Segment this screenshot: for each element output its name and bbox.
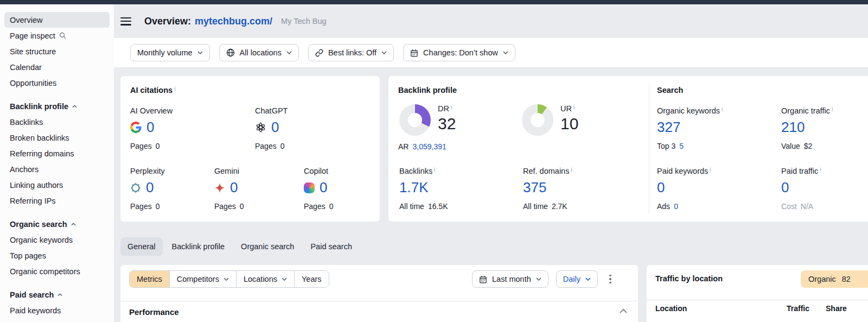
panel-toolbar: Metrics Competitors Locations Years Last…: [120, 265, 638, 288]
page-title: Overview:: [144, 16, 191, 27]
segment-competitors[interactable]: Competitors: [169, 271, 236, 287]
sidebar-section-paid-search[interactable]: Paid search: [4, 287, 110, 302]
column-share: Share: [826, 304, 847, 313]
search-icon: [59, 32, 66, 39]
globe-icon: [226, 48, 235, 57]
sidebar-item-overview[interactable]: Overview: [4, 12, 110, 28]
ai-overview-count[interactable]: 0: [146, 119, 154, 136]
info-icon[interactable]: i: [710, 167, 711, 175]
ref-domains-count[interactable]: 375: [523, 179, 546, 196]
date-range-dropdown[interactable]: Last month: [472, 270, 548, 288]
divider: [647, 300, 868, 300]
column-location: Location: [655, 304, 687, 313]
tab-paid-search[interactable]: Paid search: [303, 237, 359, 256]
google-icon: [130, 122, 142, 133]
chevron-down-icon: [381, 51, 387, 54]
ai-citations-card: AI citationsi AI Overview 0 Pages0 ChatG…: [120, 76, 380, 222]
ai-citations-title: AI citationsi: [130, 86, 175, 94]
divider: [120, 301, 638, 301]
general-panel: Metrics Competitors Locations Years Last…: [120, 265, 638, 322]
site-name: My Tech Bug: [281, 17, 327, 26]
calendar-icon: [410, 49, 418, 57]
info-icon[interactable]: i: [434, 167, 435, 175]
metric-backlinks: Backlinksi 1.7K All time16.5K: [399, 167, 448, 211]
collapse-chevron-up-icon[interactable]: [620, 308, 627, 313]
chevron-up-icon: [58, 293, 62, 296]
info-icon[interactable]: i: [820, 167, 821, 175]
dr-donut-gauge: [399, 104, 431, 136]
overview-tabs: General Backlink profile Organic search …: [120, 237, 359, 256]
info-icon[interactable]: i: [571, 167, 572, 175]
page-header: Overview: mytechbug.com/ My Tech Bug ? H…: [114, 4, 868, 38]
metric-organic-keywords: Organic keywordsi 327 Top 35: [657, 106, 723, 150]
sidebar-item-site-structure[interactable]: Site structure: [4, 43, 110, 59]
segment-metrics[interactable]: Metrics: [130, 271, 169, 287]
copilot-count[interactable]: 0: [320, 179, 327, 196]
sidebar-item-organic-competitors[interactable]: Organic competitors: [4, 263, 110, 279]
sidebar-item-anchors[interactable]: Anchors: [4, 161, 110, 177]
metric-copilot: Copilot 0 Pages0: [304, 167, 334, 211]
paid-traffic-count[interactable]: 0: [781, 179, 789, 196]
chevron-up-icon: [71, 223, 76, 226]
locations-dropdown[interactable]: All locations: [219, 44, 299, 61]
sidebar-item-opportunities[interactable]: Opportunities: [4, 75, 110, 91]
segment-years[interactable]: Years: [294, 271, 329, 287]
hamburger-menu-icon[interactable]: [120, 17, 131, 26]
metric-ai-overview: AI Overview 0 Pages0: [130, 106, 173, 150]
backlinks-count[interactable]: 1.7K: [399, 179, 429, 196]
more-options-kebab-icon[interactable]: [605, 270, 615, 288]
sidebar-item-backlinks[interactable]: Backlinks: [4, 114, 110, 130]
url-rating-block: URi 10: [522, 104, 578, 136]
sidebar-item-page-inspect[interactable]: Page inspect: [4, 28, 110, 43]
search-section-title: Search: [657, 86, 683, 94]
granularity-dropdown[interactable]: Daily: [556, 270, 598, 288]
ur-donut-gauge: [522, 104, 553, 136]
dr-value: 32: [438, 115, 456, 133]
sidebar-item-paid-keywords[interactable]: Paid keywords: [4, 302, 110, 318]
metric-perplexity: Perplexity 0 Pages0: [130, 167, 165, 211]
info-icon[interactable]: i: [174, 86, 175, 94]
sidebar: Overview Page inspect Site structure Cal…: [0, 4, 114, 322]
sidebar-section-organic-search[interactable]: Organic search: [4, 216, 110, 232]
paid-keywords-count[interactable]: 0: [657, 179, 665, 196]
organic-keywords-count[interactable]: 327: [657, 119, 680, 136]
metric-ref-domains: Ref. domainsi 375 All time2.7K: [523, 167, 572, 211]
tab-general[interactable]: General: [120, 237, 163, 256]
perplexity-icon: [130, 182, 141, 193]
organic-traffic-badge[interactable]: Organic 82: [801, 270, 868, 288]
sidebar-item-referring-ips[interactable]: Referring IPs: [4, 193, 110, 209]
sidebar-item-broken-backlinks[interactable]: Broken backlinks: [4, 130, 110, 146]
target-domain-link[interactable]: mytechbug.com/: [195, 16, 272, 27]
sidebar-item-organic-keywords[interactable]: Organic keywords: [4, 232, 110, 248]
top-browser-strip: [0, 0, 868, 4]
tab-organic-search[interactable]: Organic search: [234, 237, 301, 256]
changes-dropdown[interactable]: Changes: Don’t show: [403, 44, 515, 61]
sidebar-item-top-pages[interactable]: Top pages: [4, 248, 110, 263]
sidebar-item-referring-domains[interactable]: Referring domains: [4, 146, 110, 161]
domain-rating-block: DRi 32: [399, 104, 456, 136]
calendar-icon: [479, 275, 487, 283]
sidebar-section-backlink-profile[interactable]: Backlink profile: [4, 98, 110, 114]
chevron-down-icon: [286, 51, 292, 54]
tab-backlink-profile[interactable]: Backlink profile: [165, 237, 232, 256]
copilot-icon: [304, 182, 315, 193]
traffic-by-location-panel: Traffic by location Organic 82 Location …: [647, 265, 868, 322]
info-icon[interactable]: i: [832, 106, 833, 115]
sidebar-item-linking-authors[interactable]: Linking authors: [4, 177, 110, 193]
info-icon[interactable]: i: [451, 104, 452, 113]
link-icon: [315, 49, 323, 57]
chevron-down-icon: [536, 277, 541, 281]
info-icon[interactable]: i: [573, 104, 575, 113]
gemini-icon: [214, 182, 225, 193]
chevron-down-icon: [197, 51, 203, 54]
organic-traffic-count[interactable]: 210: [781, 119, 805, 136]
info-icon[interactable]: i: [722, 106, 723, 115]
monthly-volume-dropdown[interactable]: Monthly volume: [130, 44, 210, 61]
sidebar-item-calendar[interactable]: Calendar: [4, 59, 110, 75]
best-links-dropdown[interactable]: Best links: Off: [308, 44, 394, 61]
gemini-count[interactable]: 0: [230, 179, 238, 196]
perplexity-count[interactable]: 0: [146, 179, 154, 196]
performance-section-title: Performance: [129, 307, 179, 317]
segment-locations[interactable]: Locations: [236, 271, 294, 287]
chatgpt-count[interactable]: 0: [271, 119, 279, 136]
